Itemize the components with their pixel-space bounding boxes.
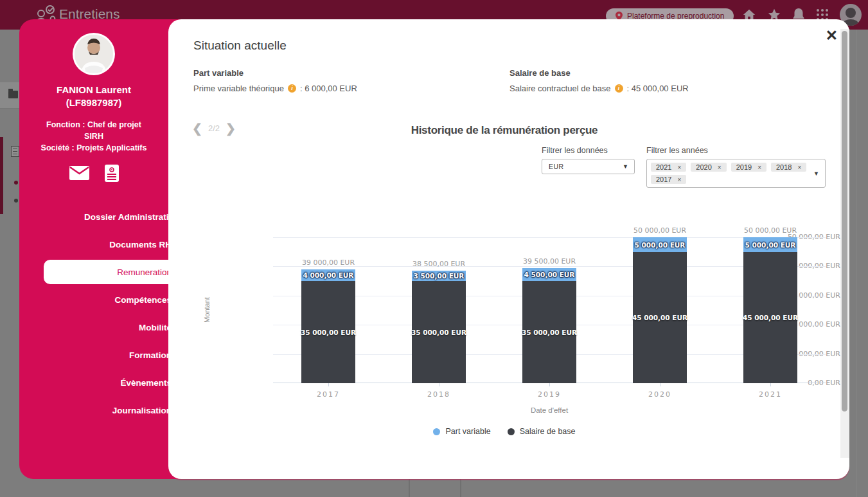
employee-panel: FANION Laurent (LF8987987) Fonction : Ch…	[19, 19, 181, 479]
employee-function: Fonction : Chef de projet	[19, 119, 168, 131]
remove-year-icon[interactable]: ×	[797, 164, 801, 171]
data-filter-label: Filtrer les données	[542, 146, 635, 155]
employee-company: Société : Projets Applicatifs	[19, 142, 168, 154]
bar-value-label: 35 000,00 EUR	[405, 329, 472, 336]
background-table-line	[460, 479, 461, 497]
bar-segment-part-variable: 3 500,00 EUR	[412, 271, 466, 281]
info-icon[interactable]: i	[288, 84, 296, 93]
bar-value-label: 4 000,00 EUR	[295, 271, 362, 279]
chart-plot-area: 35 000,00 EUR4 000,00 EUR39 000,00 EUR20…	[273, 237, 826, 383]
salaire-base-section: Salaire de base Salaire contractuel de b…	[509, 68, 689, 93]
document-icon	[11, 146, 19, 157]
x-axis-tick	[770, 383, 771, 386]
x-tick-label: 2018	[427, 390, 450, 399]
x-axis-tick	[660, 383, 660, 386]
x-tick-label: 2019	[538, 390, 561, 399]
caret-down-icon[interactable]: ▼	[813, 170, 819, 177]
year-chip-2020[interactable]: 2020×	[691, 163, 726, 172]
close-icon[interactable]: ✕	[826, 28, 838, 43]
employee-name: FANION Laurent (LF8987987)	[19, 84, 168, 110]
background-active-indicator	[0, 137, 3, 214]
bar-segment-salaire-de-base: 35 000,00 EUR	[522, 281, 576, 383]
bar-total-label: 50 000,00 EUR	[744, 226, 797, 235]
caret-down-icon[interactable]: ▼	[623, 163, 628, 170]
sidebar-item-dossier-administratif[interactable]: Dossier Administratif	[19, 203, 181, 231]
part-variable-label: Prime variable théorique	[193, 84, 284, 93]
sidebar-item-documents-rh[interactable]: Documents RH	[19, 231, 181, 258]
sidebar-item-competences[interactable]: Compétences	[19, 286, 181, 314]
y-axis-title: Montant	[203, 297, 211, 323]
part-variable-heading: Part variable	[193, 68, 357, 78]
years-filter: Filtrer les années 2021×2020×2019×2018×2…	[646, 146, 826, 188]
bar-segment-salaire-de-base: 45 000,00 EUR	[743, 252, 797, 383]
year-chip-label: 2020	[696, 163, 711, 171]
send-email-button[interactable]	[69, 166, 89, 183]
situation-modal: ✕ Situation actuelle Part variable Prime…	[168, 19, 849, 479]
x-axis-title: Date d'effet	[273, 406, 826, 414]
x-axis-tick	[439, 383, 439, 386]
bar-value-label: 45 000,00 EUR	[737, 314, 804, 321]
modal-title: Situation actuelle	[193, 39, 287, 53]
info-icon[interactable]: i	[615, 84, 623, 93]
years-filter-select[interactable]: 2021×2020×2019×2018×2017× ▼	[646, 159, 826, 188]
sidebar-menu: Dossier AdministratifDocuments RHRemuner…	[19, 203, 181, 424]
bar-total-label: 38 500,00 EUR	[412, 260, 465, 268]
bar-value-label: 45 000,00 EUR	[626, 314, 693, 321]
year-chip-2018[interactable]: 2018×	[771, 163, 806, 172]
data-filter: Filtrer les données EUR ▼	[542, 146, 635, 174]
salaire-base-heading: Salaire de base	[509, 68, 689, 78]
sidebar-item-mobilite[interactable]: Mobilité	[19, 314, 181, 341]
bar-value-label: 35 000,00 EUR	[295, 329, 362, 336]
folder-icon	[8, 91, 18, 98]
remove-year-icon[interactable]: ×	[677, 164, 681, 171]
background-table-line	[409, 479, 410, 497]
data-filter-select[interactable]: EUR ▼	[542, 159, 635, 174]
remove-year-icon[interactable]: ×	[677, 176, 681, 183]
bar-segment-part-variable: 5 000,00 EUR	[633, 237, 687, 252]
data-filter-value: EUR	[549, 163, 563, 170]
sidebar-item-remuneration[interactable]: Remuneration	[44, 260, 181, 284]
bar-value-label: 5 000,00 EUR	[626, 241, 693, 249]
x-tick-label: 2020	[648, 390, 671, 399]
remove-year-icon[interactable]: ×	[757, 164, 761, 171]
years-chips: 2021×2020×2019×2018×2017×	[647, 159, 825, 187]
legend-item-part-variable: Part variable	[433, 427, 490, 436]
x-tick-label: 2021	[759, 390, 782, 399]
bar-value-label: 3 500,00 EUR	[405, 272, 472, 280]
sidebar-item-journalisation[interactable]: Journalisation	[19, 397, 181, 424]
gridline-50000	[273, 237, 826, 238]
bar-segment-salaire-de-base: 45 000,00 EUR	[633, 252, 687, 383]
sidebar-item-evenements[interactable]: Évènements	[19, 369, 181, 397]
year-chip-2019[interactable]: 2019×	[731, 163, 766, 172]
bar-segment-salaire-de-base: 35 000,00 EUR	[301, 281, 355, 383]
year-chip-label: 2019	[736, 163, 752, 171]
x-tick-label: 2017	[317, 390, 340, 399]
gridline-40000	[273, 266, 826, 267]
background-bullet	[14, 181, 18, 185]
sidebar-item-formation[interactable]: Formation	[19, 341, 181, 369]
bar-value-label: 4 500,00 EUR	[516, 271, 583, 278]
employee-details: Fonction : Chef de projet SIRH Société :…	[19, 119, 168, 154]
remove-year-icon[interactable]: ×	[718, 164, 722, 171]
contact-card-button[interactable]	[105, 165, 119, 185]
legend-label: Salaire de base	[520, 427, 576, 436]
background-edge-line	[856, 30, 856, 497]
bar-value-label: 35 000,00 EUR	[516, 329, 583, 336]
years-filter-label: Filtrer les années	[646, 146, 826, 155]
modal-scrollbar[interactable]	[840, 29, 849, 458]
bar-segment-salaire-de-base: 35 000,00 EUR	[412, 281, 466, 383]
scrollbar-thumb[interactable]	[842, 31, 847, 411]
legend-label: Part variable	[445, 427, 490, 436]
bar-value-label: 5 000,00 EUR	[737, 241, 804, 249]
chart-title: Historique de la rémunération perçue	[168, 124, 840, 137]
year-chip-label: 2017	[656, 176, 671, 183]
salaire-base-label: Salaire contractuel de base	[509, 84, 611, 93]
background-bullet	[14, 199, 18, 203]
year-chip-2021[interactable]: 2021×	[651, 163, 686, 172]
chart-legend: Part variableSalaire de base	[168, 427, 840, 436]
remuneration-chart: Montant 0,00 EUR10 000,00 EUR20 000,00 E…	[168, 237, 840, 462]
year-chip-label: 2018	[776, 163, 792, 171]
salaire-base-value: : 45 000,00 EUR	[627, 84, 689, 93]
legend-dot	[433, 428, 440, 435]
year-chip-2017[interactable]: 2017×	[651, 175, 686, 184]
